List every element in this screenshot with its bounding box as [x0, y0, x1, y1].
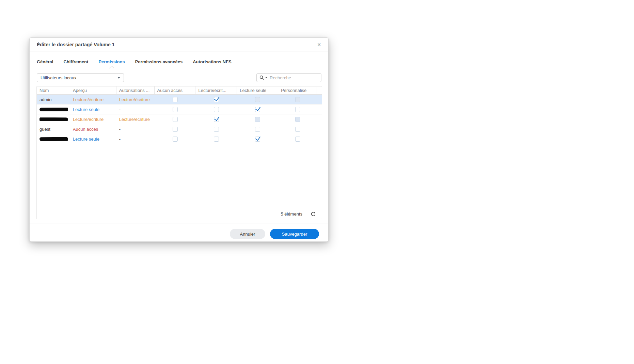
column-header-personnalise[interactable]: Personnalisé [278, 86, 317, 94]
checkbox-personnalise [295, 97, 300, 102]
checkbox-cell-aucun-acces [155, 117, 196, 122]
name-cell [37, 137, 70, 141]
autorisations-cell: Lecture/écriture [116, 117, 155, 122]
toolbar: Utilisateurs locaux [30, 73, 328, 82]
table-row[interactable]: Lecture/écritureLecture/écriture [37, 114, 322, 124]
checkbox-cell-aucun-acces [155, 107, 196, 112]
table-row[interactable]: guestAucun accès- [37, 124, 322, 134]
checkbox-aucun-acces[interactable] [173, 127, 178, 132]
checkbox-aucun-acces[interactable] [173, 97, 178, 102]
cancel-button[interactable]: Annuler [230, 229, 265, 239]
pager-divider [306, 211, 306, 217]
checkbox-cell-lecture-seule [237, 107, 278, 112]
checkbox-cell-lecture-seule [237, 137, 278, 142]
checkbox-cell-aucun-acces [155, 97, 196, 102]
checkbox-cell-personnalise [278, 97, 317, 102]
checkbox-cell-lecture-ecriture [195, 97, 237, 102]
autorisations-cell: - [116, 127, 155, 132]
checkbox-lecture-seule [255, 117, 260, 122]
checkbox-cell-aucun-acces [155, 137, 196, 142]
table-row[interactable]: adminLecture/écritureLecture/écriture [37, 95, 322, 105]
checkbox-personnalise[interactable] [295, 107, 300, 112]
dialog-titlebar: Éditer le dossier partagé Volume 1 ✕ [30, 38, 328, 51]
checkbox-cell-lecture-seule [237, 127, 278, 132]
column-header-aucun-acces[interactable]: Aucun accès [155, 86, 196, 94]
footer-divider [30, 223, 328, 223]
checkbox-personnalise[interactable] [295, 137, 300, 142]
checkbox-lecture-seule [255, 97, 260, 102]
redacted-name [39, 108, 68, 111]
checkbox-aucun-acces[interactable] [173, 107, 178, 112]
item-count: 5 éléments [281, 211, 302, 217]
autorisations-cell: Lecture/écriture [116, 97, 155, 102]
checkbox-lecture-seule[interactable] [255, 107, 260, 112]
user-type-dropdown-value: Utilisateurs locaux [41, 75, 77, 80]
column-header-apercu[interactable]: Aperçu [70, 86, 116, 94]
checkbox-cell-lecture-ecriture [195, 127, 237, 132]
permissions-table: NomAperçuAutorisations ...Aucun accèsLec… [36, 86, 322, 219]
checkbox-cell-aucun-acces [155, 127, 196, 132]
tabs-bar: GénéralChiffrementPermissionsPermissions… [30, 51, 328, 68]
table-header-row: NomAperçuAutorisations ...Aucun accèsLec… [37, 86, 322, 95]
checkbox-cell-lecture-ecriture [195, 137, 237, 142]
user-type-dropdown[interactable]: Utilisateurs locaux [37, 73, 124, 82]
name-cell [37, 117, 70, 121]
checkbox-cell-personnalise [278, 107, 317, 112]
checkbox-cell-lecture-ecriture [195, 107, 237, 112]
checkbox-cell-lecture-ecriture [195, 117, 237, 122]
checkbox-lecture-seule[interactable] [255, 137, 260, 142]
search-input[interactable] [270, 75, 318, 80]
name-cell: guest [37, 127, 70, 132]
table-pager: 5 éléments [37, 209, 322, 219]
autorisations-cell: - [116, 137, 155, 142]
table-row[interactable]: Lecture seule- [37, 134, 322, 144]
tab-chiffrement[interactable]: Chiffrement [63, 59, 88, 64]
search-scope-caret-icon [265, 77, 267, 78]
chevron-down-icon [117, 77, 120, 79]
checkbox-cell-lecture-seule [237, 117, 278, 122]
dialog-title: Éditer le dossier partagé Volume 1 [37, 42, 114, 47]
apercu-cell: Aucun accès [70, 127, 116, 132]
column-header-gutter [317, 86, 322, 94]
search-box[interactable] [256, 73, 321, 82]
table-body: adminLecture/écritureLecture/écritureLec… [37, 95, 322, 144]
checkbox-lecture-ecriture[interactable] [214, 137, 219, 142]
checkbox-cell-personnalise [278, 137, 317, 142]
column-header-autorisations[interactable]: Autorisations ... [116, 86, 155, 94]
tab-permissions[interactable]: Permissions [98, 59, 125, 64]
checkbox-aucun-acces[interactable] [173, 117, 178, 122]
apercu-cell: Lecture/écriture [70, 97, 116, 102]
redacted-name [39, 117, 68, 121]
tab-general[interactable]: Général [37, 59, 53, 64]
close-icon[interactable]: ✕ [315, 41, 323, 48]
checkbox-lecture-ecriture[interactable] [214, 117, 219, 122]
name-cell: admin [37, 97, 70, 102]
checkbox-aucun-acces[interactable] [173, 137, 178, 142]
autorisations-cell: - [116, 107, 155, 112]
checkbox-lecture-ecriture[interactable] [214, 97, 219, 102]
checkbox-lecture-seule[interactable] [255, 127, 260, 132]
tab-autorisations-nfs[interactable]: Autorisations NFS [193, 59, 231, 64]
apercu-cell: Lecture seule [70, 137, 116, 142]
column-header-nom[interactable]: Nom [37, 86, 70, 94]
column-header-lecture-ecrit[interactable]: Lecture/écrit... [195, 86, 237, 94]
name-cell [37, 108, 70, 111]
checkbox-personnalise [295, 117, 300, 122]
refresh-icon [311, 211, 316, 217]
checkbox-cell-lecture-seule [237, 97, 278, 102]
table-row[interactable]: Lecture seule- [37, 105, 322, 114]
save-button[interactable]: Sauvegarder [270, 229, 319, 239]
apercu-cell: Lecture seule [70, 107, 116, 112]
checkbox-lecture-ecriture[interactable] [214, 107, 219, 112]
checkbox-cell-personnalise [278, 127, 317, 132]
edit-shared-folder-dialog: Éditer le dossier partagé Volume 1 ✕ Gén… [29, 37, 329, 242]
search-icon [259, 75, 264, 80]
apercu-cell: Lecture/écriture [70, 117, 116, 122]
refresh-button[interactable] [310, 210, 317, 218]
checkbox-personnalise[interactable] [295, 127, 300, 132]
checkbox-lecture-ecriture[interactable] [214, 127, 219, 132]
tab-permissions-avancees[interactable]: Permissions avancées [135, 59, 183, 64]
redacted-name [39, 137, 68, 141]
checkbox-cell-personnalise [278, 117, 317, 122]
column-header-lecture-seule[interactable]: Lecture seule [237, 86, 278, 94]
